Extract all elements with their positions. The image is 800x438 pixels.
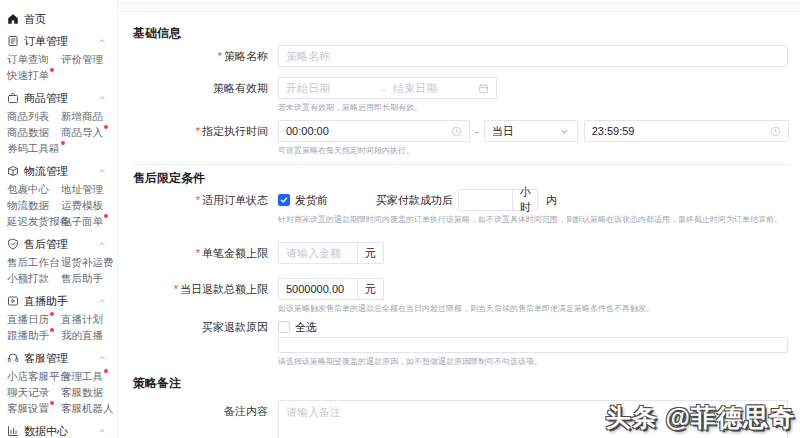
field-help-text: 请选择该策略期望覆盖的退款原因，如不想做退款原因限制可不勾选该项。 bbox=[278, 356, 788, 367]
start-time-value: 00:00:00 bbox=[286, 125, 451, 137]
menu-item[interactable]: 聊天记录 bbox=[7, 384, 61, 400]
menu-item[interactable]: 延迟发货报备 bbox=[7, 213, 61, 229]
chevron-up-icon bbox=[97, 166, 107, 176]
field-label: *当日退款总额上限 bbox=[133, 278, 278, 300]
menu-item[interactable]: 客服数据 bbox=[61, 384, 117, 400]
sidebar-section-service: 客服管理 小店客服平台 管理工具 聊天记录 客服数据 客服设置 客服机器人 bbox=[0, 351, 117, 416]
daily-limit-input[interactable] bbox=[286, 279, 351, 299]
top-header-strip bbox=[118, 3, 800, 12]
menu-item[interactable]: 商品导入 bbox=[61, 124, 117, 140]
menu-item[interactable]: 运费模板 bbox=[61, 197, 117, 213]
field-help-text: 如该策略触发售后单的退款总金额在当日内超过限额，则当天后续的售后单即使满足策略条… bbox=[278, 303, 790, 314]
chevron-up-icon bbox=[97, 36, 107, 46]
end-time-input[interactable]: 23:59:59 bbox=[584, 120, 789, 142]
menu-item[interactable]: 券码工具箱 bbox=[7, 140, 61, 156]
refund-reason-multiselect[interactable] bbox=[278, 337, 788, 353]
field-label: 买家退款原因 bbox=[133, 320, 278, 334]
sidebar-section-header-aftersale[interactable]: 售后管理 bbox=[0, 237, 117, 251]
menu-item[interactable]: 我的直播 bbox=[61, 327, 117, 343]
menu-item[interactable]: 地址管理 bbox=[61, 181, 117, 197]
select-all-checkbox[interactable] bbox=[278, 321, 290, 333]
aftersale-shield-icon bbox=[7, 238, 19, 250]
field-label: *单笔金额上限 bbox=[133, 242, 278, 264]
menu-item[interactable]: 跟播助手 bbox=[7, 327, 61, 343]
menu-item[interactable]: 订单查询 bbox=[7, 51, 61, 67]
menu-item[interactable]: 电子面单 bbox=[61, 213, 117, 229]
end-date-placeholder: 结束日期 bbox=[393, 81, 478, 96]
field-label: 备注内容 bbox=[133, 400, 278, 422]
menu-item[interactable]: 直播计划 bbox=[61, 311, 117, 327]
hours-unit: 小时 bbox=[512, 190, 538, 210]
sidebar-section-logistics: 物流管理 包裹中心 地址管理 物流数据 运费模板 延迟发货报备 电子面单 bbox=[0, 164, 117, 229]
sidebar-section-data: 数据中心 bbox=[0, 424, 117, 438]
menu-item[interactable]: 小店客服平台 bbox=[7, 368, 61, 384]
day-select[interactable]: 当日 bbox=[484, 120, 578, 142]
menu-item[interactable]: 评价管理 bbox=[61, 51, 117, 67]
clock-icon bbox=[451, 126, 462, 137]
yuan-unit: 元 bbox=[357, 243, 383, 263]
section-title: 售后管理 bbox=[24, 237, 68, 252]
sidebar-section-header-live[interactable]: 直播助手 bbox=[0, 294, 117, 308]
form-row-order-status: *适用订单状态 发货前 买家付款成功后 小时 内 针对商家设置的退款期限时间内覆… bbox=[133, 189, 790, 225]
before-ship-checkbox[interactable] bbox=[278, 194, 290, 206]
menu-item[interactable]: 物流数据 bbox=[7, 197, 61, 213]
sidebar-section-header-data[interactable]: 数据中心 bbox=[0, 424, 117, 438]
single-limit-input[interactable] bbox=[286, 243, 351, 263]
section-title: 直播助手 bbox=[24, 294, 68, 309]
chevron-up-icon bbox=[97, 239, 107, 249]
field-label: 策略有效期 bbox=[133, 77, 278, 99]
paid-after-label: 买家付款成功后 bbox=[376, 193, 453, 208]
menu-item[interactable]: 管理工具 bbox=[61, 368, 117, 384]
refund-reason-control: 全选 请选择该策略期望覆盖的退款原因，如不想做退款原因限制可不勾选该项。 bbox=[278, 320, 788, 367]
strategy-name-input[interactable] bbox=[286, 46, 780, 66]
menu-item[interactable]: 包裹中心 bbox=[7, 181, 61, 197]
date-range-picker[interactable]: 开始日期 → 结束日期 bbox=[278, 77, 497, 99]
menu-item[interactable]: 直播日历 bbox=[7, 311, 61, 327]
menu-item[interactable]: 快速打单 bbox=[7, 67, 61, 83]
main-content: 基础信息 *策略名称 策略有效期 开始日期 → 结束日期 若未设置 bbox=[118, 0, 800, 438]
customer-service-icon bbox=[7, 352, 19, 364]
strategy-name-input-box bbox=[278, 45, 788, 67]
menu-item[interactable]: 商品列表 bbox=[7, 108, 61, 124]
red-dot-badge bbox=[50, 328, 54, 332]
field-help-text: 可设置策略在每天指定时间段内执行。 bbox=[278, 145, 790, 156]
chevron-down-icon bbox=[559, 126, 570, 137]
start-date-placeholder: 开始日期 bbox=[286, 81, 371, 96]
menu-item[interactable]: 客服机器人 bbox=[61, 400, 117, 416]
order-icon bbox=[7, 35, 19, 47]
calendar-icon bbox=[478, 83, 489, 94]
menu-item[interactable]: 小额打款 bbox=[7, 270, 61, 286]
section-title: 客服管理 bbox=[24, 351, 68, 366]
checkbox-label: 全选 bbox=[295, 320, 317, 335]
field-help-text: 针对商家设置的退款期限时间内覆盖的订单执行该策略，如不设置具体时间范围，则默认策… bbox=[278, 214, 790, 225]
menu-item[interactable]: 售后工作台 bbox=[7, 254, 61, 270]
sidebar-section-header-logistics[interactable]: 物流管理 bbox=[0, 164, 117, 178]
range-arrow: → bbox=[371, 83, 393, 94]
daily-limit-input-box: 元 bbox=[278, 278, 384, 300]
sidebar-section-header-products[interactable]: 商品管理 bbox=[0, 91, 117, 105]
clock-icon bbox=[770, 126, 781, 137]
red-dot-badge bbox=[61, 141, 65, 145]
red-dot-badge bbox=[104, 125, 108, 129]
hours-input[interactable] bbox=[466, 190, 506, 210]
logistics-icon bbox=[7, 165, 19, 177]
menu-item[interactable]: 退货补运费 bbox=[61, 254, 117, 270]
sidebar-section-header-orders[interactable]: 订单管理 bbox=[0, 34, 117, 48]
form-row-daily-limit: *当日退款总额上限 元 如该策略触发售后单的退款总金额在当日内超过限额，则当天后… bbox=[133, 278, 790, 314]
menu-item[interactable]: 客服设置 bbox=[7, 400, 61, 416]
field-label: *指定执行时间 bbox=[133, 120, 278, 142]
menu-item[interactable]: 商品数据 bbox=[7, 124, 61, 140]
sidebar-section-header-service[interactable]: 客服管理 bbox=[0, 351, 117, 365]
red-dot-badge bbox=[50, 68, 54, 72]
hours-input-box: 小时 bbox=[458, 189, 538, 211]
sidebar-section-live: 直播助手 直播日历 直播计划 跟播助手 我的直播 bbox=[0, 294, 117, 343]
menu-item[interactable]: 售后助手 bbox=[61, 270, 117, 286]
sidebar-item-home[interactable]: 首页 bbox=[0, 12, 117, 26]
start-time-input[interactable]: 00:00:00 bbox=[278, 120, 470, 142]
yuan-unit: 元 bbox=[357, 279, 383, 299]
field-label: *适用订单状态 bbox=[133, 189, 278, 211]
section-title-basic: 基础信息 bbox=[133, 25, 790, 41]
required-mark: * bbox=[174, 283, 178, 295]
menu-item[interactable]: 新增商品 bbox=[61, 108, 117, 124]
chevron-up-icon bbox=[97, 296, 107, 306]
